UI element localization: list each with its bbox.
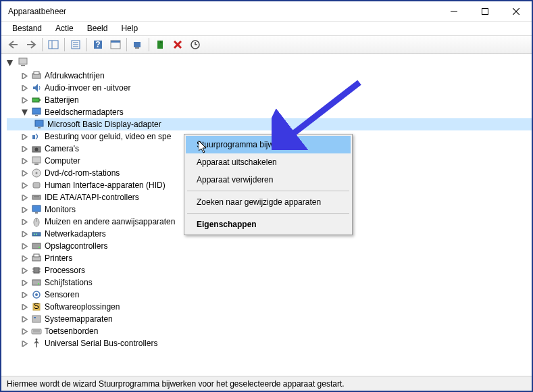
tree-root[interactable] (7, 57, 532, 70)
tree-item[interactable]: Processors (7, 264, 532, 276)
scan-hardware-button[interactable] (130, 36, 146, 53)
tree-item[interactable]: Opslagcontrollers (7, 240, 532, 252)
chevron-icon[interactable] (20, 328, 28, 335)
chevron-icon[interactable] (20, 85, 28, 91)
network-icon (31, 228, 42, 239)
svg-rect-40 (32, 205, 41, 212)
menu-file[interactable]: Bestand (7, 22, 47, 34)
svg-text:?: ? (95, 40, 100, 49)
chevron-icon[interactable] (20, 316, 28, 322)
cpu-icon (31, 265, 42, 276)
svg-rect-15 (135, 47, 139, 49)
update-driver-button[interactable] (187, 36, 203, 53)
svg-rect-38 (32, 195, 41, 199)
svg-rect-63 (34, 317, 36, 318)
tree-item-label: Universal Serial Bus-controllers (45, 339, 157, 348)
tree-item[interactable]: Beeldschermadapters (7, 106, 532, 118)
chevron-icon[interactable] (20, 170, 28, 176)
svg-rect-41 (35, 212, 38, 214)
chevron-icon[interactable] (20, 182, 28, 189)
nav-back-button[interactable] (5, 36, 22, 53)
svg-rect-14 (134, 42, 141, 47)
tree-item-label: Audio-invoer en -uitvoer (45, 83, 130, 93)
tree-item-label: Beeldschermadapters (45, 107, 124, 117)
chevron-icon[interactable] (20, 280, 28, 286)
svg-rect-1 (482, 8, 488, 14)
svg-rect-21 (21, 65, 25, 66)
menu-action[interactable]: Actie (50, 22, 79, 34)
tree-item-label: Dvd-/cd-rom-stations (45, 168, 120, 178)
chevron-icon[interactable] (20, 158, 28, 164)
context-menu-item[interactable]: Apparaat uitschakelen (186, 153, 351, 171)
tree-item[interactable]: Audio-invoer en -uitvoer (7, 82, 532, 94)
chevron-icon[interactable] (20, 292, 28, 298)
show-hide-tree-button[interactable] (45, 36, 61, 53)
chevron-down-icon[interactable] (7, 59, 15, 68)
chevron-icon[interactable] (20, 268, 28, 274)
sound-icon (31, 131, 42, 142)
chevron-icon[interactable] (20, 146, 28, 152)
svg-rect-4 (49, 41, 58, 49)
context-menu-item[interactable]: Apparaat verwijderen (186, 171, 351, 189)
svg-rect-27 (35, 115, 38, 116)
menu-help[interactable]: Help (116, 22, 143, 34)
help-button[interactable]: ? (90, 36, 106, 53)
uninstall-device-button[interactable] (170, 36, 186, 53)
chevron-icon[interactable] (20, 195, 28, 201)
chevron-icon[interactable] (20, 219, 28, 225)
properties-button[interactable] (68, 36, 84, 53)
tree-item[interactable]: Toetsenborden (7, 325, 532, 337)
chevron-icon[interactable] (20, 231, 28, 237)
window-title: Apparaatbeheer (8, 7, 438, 16)
keyboard-icon (31, 326, 42, 337)
chevron-icon[interactable] (20, 109, 28, 116)
sensor-icon (31, 289, 42, 300)
enable-device-button[interactable] (152, 36, 168, 53)
context-menu-item[interactable]: Stuurprogramma bijwerken (186, 136, 351, 153)
chevron-icon[interactable] (20, 255, 28, 262)
titlebar: Apparaatbeheer (1, 1, 532, 22)
maximize-button[interactable] (469, 1, 501, 22)
tree-item-label: IDE ATA/ATAPI-controllers (45, 193, 139, 202)
close-button[interactable] (501, 1, 532, 22)
tree-item[interactable]: SSoftwareoplossingen (7, 301, 532, 313)
toolbar-separator (149, 38, 149, 51)
tree-item[interactable]: Sensoren (7, 289, 532, 301)
svg-rect-29 (38, 127, 41, 128)
chevron-icon[interactable] (20, 304, 28, 310)
printer-icon (31, 253, 42, 264)
minimize-button[interactable] (438, 1, 469, 22)
svg-point-48 (39, 247, 40, 248)
chevron-icon[interactable] (20, 97, 28, 103)
svg-rect-26 (32, 108, 41, 114)
tree-item-label: Netwerkadapters (45, 229, 106, 239)
software-icon: S (31, 301, 42, 312)
action-button[interactable] (107, 36, 124, 53)
chevron-icon[interactable] (20, 207, 28, 213)
tree-item[interactable]: Universal Serial Bus-controllers (7, 337, 532, 349)
nav-forward-button[interactable] (23, 36, 39, 53)
chevron-icon[interactable] (20, 134, 28, 140)
tree-item[interactable]: Afdrukwachtrijen (7, 70, 532, 82)
context-menu-item[interactable]: Zoeken naar gewijzigde apparaten (186, 193, 351, 211)
context-menu-item[interactable]: Eigenschappen (186, 216, 351, 233)
chevron-icon[interactable] (20, 341, 28, 347)
svg-rect-28 (35, 120, 43, 126)
tree-item[interactable]: Schijfstations (7, 276, 532, 289)
tree-item[interactable]: Batterijen (7, 94, 532, 106)
toolbar: ? (1, 35, 532, 54)
chevron-icon[interactable] (20, 243, 28, 249)
chevron-icon[interactable] (20, 73, 28, 79)
menu-view[interactable]: Beeld (82, 22, 113, 34)
disc-icon (31, 168, 42, 178)
tree-child-item[interactable]: Microsoft Basic Display-adapter (7, 118, 532, 130)
tree-item[interactable]: Systeemapparaten (7, 313, 532, 325)
toolbar-separator (64, 38, 65, 51)
disk-icon (31, 277, 42, 288)
tree-item-label: Printers (45, 253, 72, 263)
tree-item[interactable]: Printers (7, 252, 532, 264)
menubar: Bestand Actie Beeld Help (1, 22, 532, 35)
svg-rect-56 (32, 280, 41, 285)
tree-item-label: Batterijen (45, 95, 79, 105)
svg-rect-51 (34, 268, 39, 273)
